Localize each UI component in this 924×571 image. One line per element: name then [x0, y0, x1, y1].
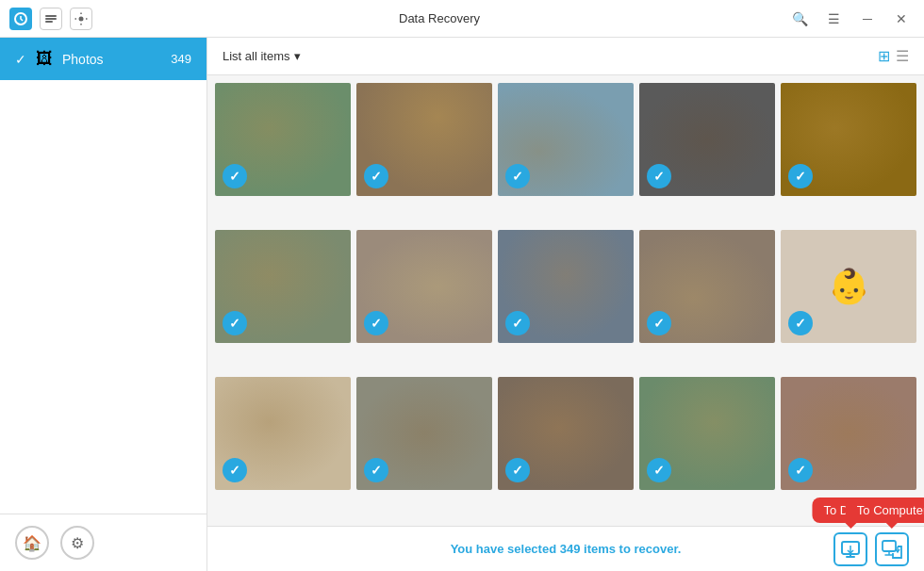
to-device-button[interactable] [833, 532, 867, 566]
to-device-container: To Device [833, 532, 867, 566]
content-area: List all items ▾ ⊞ ☰ ✓ ✓ ✓ [207, 38, 924, 571]
check-mark-2: ✓ [364, 164, 388, 188]
to-computer-container: To Computer [875, 532, 909, 566]
photo-item-1[interactable]: ✓ [215, 83, 351, 196]
sidebar-bottom: 🏠 ⚙ [0, 514, 206, 571]
check-mark-15: ✓ [788, 458, 813, 482]
photo-item-14[interactable]: ✓ [639, 377, 775, 490]
check-mark-12: ✓ [364, 458, 388, 482]
history-icon[interactable] [40, 8, 62, 30]
list-all-label: List all items [223, 49, 290, 63]
title-bar: Data Recovery 🔍 ☰ ─ ✕ [0, 0, 924, 38]
photo-item-6[interactable]: ✓ [215, 230, 351, 343]
grid-view-button[interactable]: ⊞ [878, 47, 890, 65]
photo-item-13[interactable]: ✓ [498, 377, 634, 490]
svg-rect-1 [45, 15, 57, 17]
selected-count: 349 [560, 542, 581, 556]
close-button[interactable]: ✕ [888, 6, 915, 32]
check-mark-11: ✓ [223, 458, 247, 482]
check-mark-7: ✓ [364, 311, 388, 335]
footer-text-after: items to recover. [580, 542, 681, 556]
check-mark-6: ✓ [223, 311, 247, 335]
photo-item-15[interactable]: ✓ [781, 377, 916, 490]
list-view-button[interactable]: ☰ [896, 47, 909, 65]
check-mark-9: ✓ [647, 311, 671, 335]
app-icon[interactable] [9, 8, 32, 30]
search-button[interactable]: 🔍 [786, 6, 813, 32]
footer-text: You have selected 349 items to recover. [451, 542, 682, 556]
svg-rect-6 [883, 541, 896, 551]
menu-button[interactable]: ☰ [820, 6, 847, 32]
check-mark-3: ✓ [505, 164, 530, 188]
main-layout: ✓ 🖼 Photos 349 🏠 ⚙ List all items ▾ ⊞ ☰ [0, 38, 924, 571]
settings-app-icon[interactable] [70, 8, 92, 30]
sidebar-label-photos: Photos [62, 52, 161, 67]
check-mark-14: ✓ [647, 458, 671, 482]
photo-item-4[interactable]: ✓ [639, 83, 775, 196]
photo-item-12[interactable]: ✓ [356, 377, 492, 490]
photo-item-9[interactable]: ✓ [639, 230, 775, 343]
sidebar: ✓ 🖼 Photos 349 🏠 ⚙ [0, 38, 207, 571]
list-all-button[interactable]: List all items ▾ [223, 49, 301, 63]
view-toggle: ⊞ ☰ [878, 47, 909, 65]
content-header: List all items ▾ ⊞ ☰ [207, 38, 924, 75]
to-computer-button[interactable] [875, 532, 909, 566]
check-icon: ✓ [15, 52, 26, 67]
svg-point-4 [79, 16, 84, 21]
check-mark-13: ✓ [505, 458, 530, 482]
to-device-icon [840, 539, 861, 560]
photo-item-11[interactable]: ✓ [215, 377, 351, 490]
photo-icon: 🖼 [36, 49, 53, 69]
title-bar-left [9, 8, 92, 30]
check-mark-5: ✓ [788, 164, 813, 188]
photo-item-10[interactable]: 👶 ✓ [781, 230, 916, 343]
settings-button[interactable]: ⚙ [60, 526, 94, 560]
photo-item-2[interactable]: ✓ [356, 83, 492, 196]
check-mark-10: ✓ [788, 311, 813, 335]
dropdown-icon: ▾ [294, 49, 301, 63]
photo-item-8[interactable]: ✓ [498, 230, 634, 343]
svg-rect-3 [45, 21, 53, 23]
photo-grid: ✓ ✓ ✓ ✓ ✓ ✓ ✓ [207, 75, 924, 526]
footer-text-before: You have selected [451, 542, 560, 556]
svg-rect-2 [45, 18, 57, 20]
sidebar-item-photos[interactable]: ✓ 🖼 Photos 349 [0, 38, 206, 80]
check-mark-4: ✓ [647, 164, 671, 188]
minimize-button[interactable]: ─ [854, 6, 881, 32]
home-button[interactable]: 🏠 [15, 526, 49, 560]
footer: You have selected 349 items to recover. … [207, 526, 924, 571]
to-computer-icon [882, 539, 902, 560]
photo-item-7[interactable]: ✓ [356, 230, 492, 343]
sidebar-count-photos: 349 [171, 52, 191, 66]
window-title: Data Recovery [92, 11, 786, 25]
check-mark-8: ✓ [505, 311, 530, 335]
photo-item-5[interactable]: ✓ [781, 83, 916, 196]
footer-buttons: To Device To Computer [833, 532, 909, 566]
check-mark-1: ✓ [223, 164, 247, 188]
photo-item-3[interactable]: ✓ [498, 83, 634, 196]
title-bar-right: 🔍 ☰ ─ ✕ [786, 6, 915, 32]
